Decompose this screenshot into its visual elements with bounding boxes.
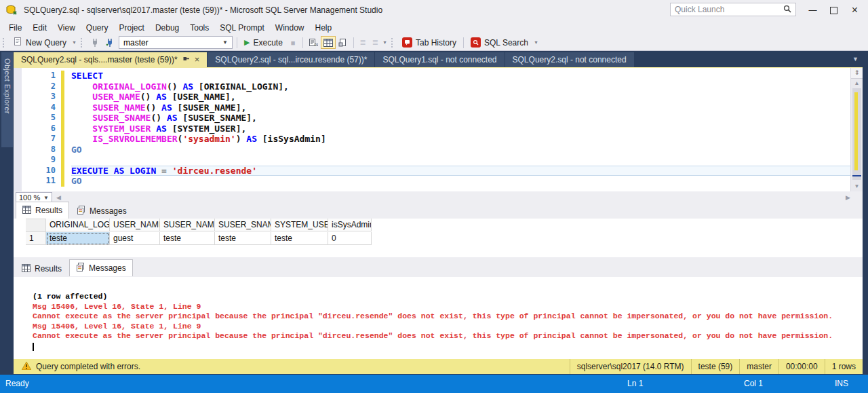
- grid-header-cell[interactable]: isSysAdmin: [328, 219, 372, 231]
- toolbar-overflow-icon[interactable]: ▾: [532, 39, 540, 45]
- tab-results[interactable]: Results: [16, 261, 68, 276]
- object-explorer-tab[interactable]: Object Explorer: [1, 52, 13, 147]
- status-mode: INS: [835, 375, 848, 393]
- document-tab[interactable]: SQLQuery2.sql - not connected: [505, 52, 634, 67]
- close-button[interactable]: ×: [844, 0, 865, 20]
- toolbar-grip[interactable]: [81, 38, 85, 48]
- change-annotation: [854, 92, 858, 170]
- grid-cell[interactable]: 0: [328, 232, 372, 245]
- menu-item-edit[interactable]: Edit: [27, 22, 52, 34]
- change-bar: [61, 113, 64, 124]
- document-tab[interactable]: SQLQuery2.sql - sqls....master (teste (5…: [14, 52, 207, 67]
- menu-item-help[interactable]: Help: [310, 22, 338, 34]
- grid-row-number[interactable]: 1: [26, 232, 46, 245]
- tab-messages[interactable]: Messages: [69, 259, 133, 276]
- code-text: USER_NAME() AS [USER_NAME],: [71, 92, 850, 102]
- hscroll-left-icon[interactable]: ◀: [56, 194, 61, 201]
- execute-button[interactable]: ▶ Execute: [240, 37, 287, 49]
- menu-bar: FileEditViewQueryProjectDebugToolsSQL Pr…: [0, 20, 868, 35]
- sql-search-button[interactable]: SQL Search: [467, 36, 532, 49]
- tab-history-label: Tab History: [416, 38, 456, 48]
- change-connection-icon[interactable]: [102, 36, 117, 49]
- database-selector[interactable]: master ▼: [119, 36, 233, 49]
- grid-header-cell[interactable]: USER_NAME: [110, 219, 160, 231]
- scrollbar-up-icon[interactable]: ▲: [851, 80, 863, 86]
- menu-item-file[interactable]: File: [3, 22, 27, 34]
- toolbar-overflow-icon[interactable]: ▾: [381, 39, 389, 45]
- new-query-button[interactable]: New Query: [9, 35, 71, 50]
- svg-text:01: 01: [315, 43, 318, 47]
- messages-output[interactable]: (1 row affected)Msg 15406, Level 16, Sta…: [14, 277, 863, 359]
- results-grid[interactable]: ORIGINAL_LOGINUSER_NAMESUSER_NAMESUSER_S…: [14, 219, 863, 257]
- line-number: 6: [22, 124, 61, 134]
- code-line[interactable]: 5 SUSER_SNAME() AS [SUSER_SNAME],: [22, 113, 850, 124]
- results-to-text-button[interactable]: 01: [306, 36, 321, 49]
- toolbar-overflow-icon[interactable]: ▾: [71, 39, 78, 45]
- code-line[interactable]: 4 SUSER_NAME() AS [SUSER_NAME],: [22, 102, 850, 113]
- maximize-button[interactable]: [823, 0, 844, 20]
- code-line[interactable]: 11GO: [22, 176, 850, 187]
- grid-cell[interactable]: teste: [215, 232, 271, 245]
- code-line[interactable]: 1SELECT: [22, 71, 850, 81]
- menu-item-window[interactable]: Window: [270, 22, 310, 34]
- document-tab[interactable]: SQLQuery2.sql - sql...irceu.resende (57)…: [208, 52, 374, 67]
- menu-item-debug[interactable]: Debug: [150, 22, 184, 34]
- sql-editor[interactable]: 1SELECT2 ORIGINAL_LOGIN() AS [ORIGINAL_L…: [14, 67, 863, 191]
- toolbar-grip[interactable]: [3, 38, 7, 48]
- grid-cell[interactable]: teste: [160, 232, 215, 245]
- splitter-handle[interactable]: ⇕: [851, 68, 863, 79]
- toolbar: New Query ▾ master ▼ ▶ Execute ■ 01 ≣ ≣ …: [0, 35, 868, 51]
- results-to-file-button[interactable]: [336, 36, 351, 49]
- messages-icon: [76, 263, 85, 274]
- grid-header-cell[interactable]: SYSTEM_USER: [271, 219, 328, 231]
- decrease-indent-icon: ≣: [357, 38, 369, 47]
- title-bar: SQLQuery2.sql - sqlserver\sql2017.master…: [0, 0, 868, 20]
- grid-header-cell[interactable]: ORIGINAL_LOGIN: [46, 219, 110, 231]
- scrollbar-down-icon[interactable]: ▼: [851, 183, 863, 189]
- warning-icon: [22, 362, 31, 372]
- grid-header-cell[interactable]: SUSER_NAME: [160, 219, 215, 231]
- document-tab[interactable]: SQLQuery1.sql - not connected: [375, 52, 504, 67]
- tab-results[interactable]: Results: [16, 202, 69, 219]
- grid-icon: [22, 206, 31, 216]
- menu-item-project[interactable]: Project: [114, 22, 150, 34]
- grid-cell[interactable]: teste: [46, 232, 110, 245]
- toolbar-grip[interactable]: [391, 38, 395, 48]
- code-line[interactable]: 10EXECUTE AS LOGIN = 'dirceu.resende': [22, 166, 850, 176]
- new-query-label: New Query: [26, 38, 66, 48]
- quick-launch-placeholder: Quick Launch: [675, 5, 724, 14]
- menu-item-sql-prompt[interactable]: SQL Prompt: [214, 22, 270, 34]
- code-line[interactable]: 7 IS_SRVROLEMEMBER('sysadmin') AS [isSys…: [22, 134, 850, 145]
- hscroll-right-icon[interactable]: ▶: [846, 194, 850, 201]
- line-number: 3: [22, 92, 61, 102]
- object-explorer-label: Object Explorer: [3, 58, 12, 147]
- code-line[interactable]: 3 USER_NAME() AS [USER_NAME],: [22, 92, 850, 102]
- change-bar: [61, 81, 64, 92]
- grid-cell[interactable]: teste: [271, 232, 328, 245]
- close-icon[interactable]: ×: [195, 56, 200, 63]
- code-line[interactable]: 9: [22, 155, 850, 166]
- grid-header-cell[interactable]: SUSER_SNAME: [215, 219, 271, 231]
- sql-search-icon: [471, 37, 481, 48]
- code-area[interactable]: 1SELECT2 ORIGINAL_LOGIN() AS [ORIGINAL_L…: [22, 68, 850, 191]
- menu-item-tools[interactable]: Tools: [184, 22, 214, 34]
- grid-cell[interactable]: guest: [110, 232, 160, 245]
- connect-icon[interactable]: [87, 36, 102, 49]
- quick-launch-box[interactable]: Quick Launch: [670, 3, 796, 16]
- vertical-scrollbar[interactable]: ⇕ ▲ ▼: [850, 68, 863, 191]
- code-line[interactable]: 8GO: [22, 145, 850, 155]
- pin-icon[interactable]: [182, 55, 190, 64]
- caret-position-marker: [852, 175, 861, 176]
- minimize-button[interactable]: —: [802, 0, 823, 20]
- status-column: Col 1: [744, 375, 763, 393]
- menu-item-view[interactable]: View: [52, 22, 81, 34]
- tab-history-button[interactable]: Tab History: [398, 36, 460, 49]
- editor-bottom-bar: 100 % ▼ ◀ ▶: [14, 191, 863, 204]
- tab-list-dropdown-icon[interactable]: ▼: [852, 56, 859, 62]
- tab-messages[interactable]: Messages: [71, 204, 133, 219]
- code-line[interactable]: 2 ORIGINAL_LOGIN() AS [ORIGINAL_LOGIN],: [22, 81, 850, 92]
- menu-item-query[interactable]: Query: [81, 22, 114, 34]
- code-text: SYSTEM_USER AS [SYSTEM_USER],: [71, 124, 850, 134]
- results-to-grid-button[interactable]: [321, 36, 336, 49]
- code-line[interactable]: 6 SYSTEM_USER AS [SYSTEM_USER],: [22, 124, 850, 134]
